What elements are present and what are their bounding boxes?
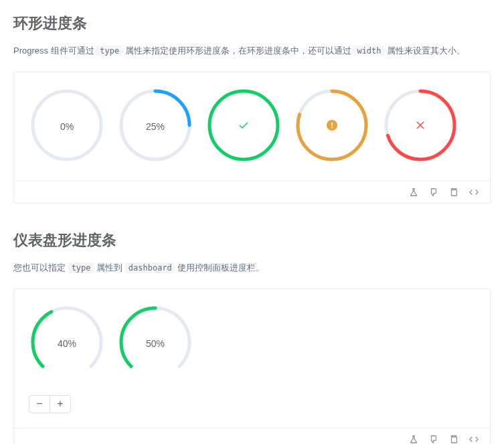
warning-icon: [327, 120, 337, 133]
flask-icon[interactable]: [408, 187, 419, 198]
code-width: width: [353, 46, 384, 56]
desc-text: 属性到: [96, 263, 125, 273]
desc-text: 使用控制面板进度栏。: [177, 263, 264, 273]
code-dashboard: dashboard: [125, 263, 175, 273]
thumbdown-icon[interactable]: [428, 434, 439, 444]
svg-point-8: [331, 127, 333, 128]
check-icon: [238, 119, 250, 134]
code-type: type: [68, 263, 94, 273]
progress-label: 50%: [146, 338, 165, 349]
progress-label: 25%: [146, 121, 165, 132]
svg-rect-11: [452, 190, 457, 196]
copy-icon[interactable]: [448, 187, 459, 198]
code-type: type: [96, 46, 122, 56]
increase-button[interactable]: +: [50, 395, 71, 413]
demo-toolbar: [14, 181, 490, 203]
close-icon: [415, 120, 426, 133]
code-icon[interactable]: [469, 434, 479, 444]
demo-box-dashboard: 40% 50% − +: [13, 289, 491, 444]
svg-rect-16: [452, 437, 457, 443]
demo-box-circle: 0% 25%: [13, 72, 491, 204]
copy-icon[interactable]: [448, 434, 459, 444]
progress-dashboard-40: 40%: [29, 304, 105, 383]
circle-progress-row: 0% 25%: [29, 87, 475, 166]
desc-text: 您也可以指定: [13, 263, 68, 273]
demo-toolbar: [14, 428, 490, 444]
desc-text: 属性来指定使用环形进度条，在环形进度条中，还可以通过: [125, 46, 354, 56]
decrease-button[interactable]: −: [29, 395, 50, 413]
button-group: − +: [29, 395, 71, 413]
section2-description: 您也可以指定 type 属性到 dashboard 使用控制面板进度栏。: [13, 261, 491, 275]
progress-dashboard-50: 50%: [117, 304, 193, 383]
progress-circle-warning: [294, 87, 370, 166]
desc-text: Progress 组件可通过: [13, 46, 96, 56]
flask-icon[interactable]: [408, 434, 419, 444]
progress-circle-0: 0%: [29, 87, 105, 166]
demo-content: 40% 50% − +: [14, 289, 490, 428]
code-icon[interactable]: [469, 187, 479, 198]
thumbdown-icon[interactable]: [428, 187, 439, 198]
progress-circle-exception: [382, 87, 458, 166]
svg-rect-7: [331, 123, 333, 126]
section1-title: 环形进度条: [13, 13, 491, 33]
desc-text: 属性来设置其大小。: [387, 46, 465, 56]
progress-label: 40%: [58, 338, 76, 349]
progress-circle-25: 25%: [117, 87, 193, 166]
section2-title: 仪表盘形进度条: [13, 230, 491, 250]
progress-circle-success: [205, 87, 282, 166]
dashboard-progress-row: 40% 50%: [29, 304, 475, 383]
section1-description: Progress 组件可通过 type 属性来指定使用环形进度条，在环形进度条中…: [13, 44, 491, 58]
progress-label: 0%: [60, 121, 74, 132]
demo-content: 0% 25%: [14, 72, 490, 181]
